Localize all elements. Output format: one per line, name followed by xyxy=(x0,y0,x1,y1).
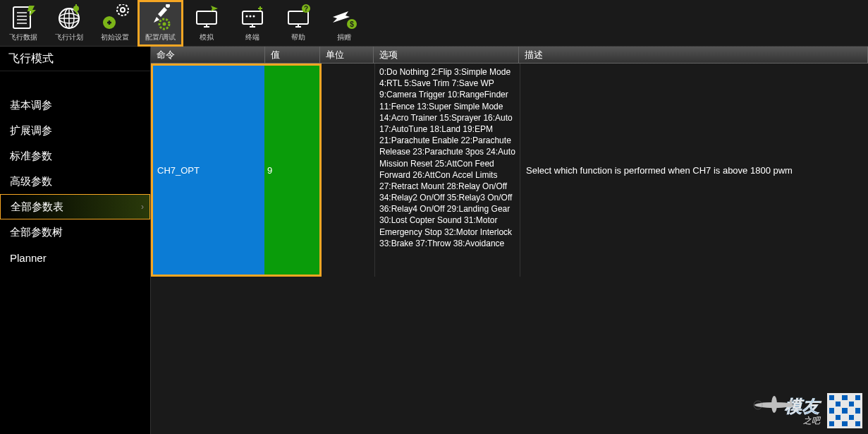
cell-description: Select which function is performed when … xyxy=(520,64,868,277)
cell-value[interactable]: 9 xyxy=(264,66,319,275)
toolbar-item-config[interactable]: 配置/调试 xyxy=(137,0,183,47)
content: 命令 值 单位 选项 描述 CH7_OPT 9 0:Do Nothing 2:F… xyxy=(151,47,868,434)
sidebar-item-planner[interactable]: Planner xyxy=(0,245,150,270)
svg-rect-18 xyxy=(197,11,216,24)
column-header-value[interactable]: 值 xyxy=(265,47,320,63)
toolbar-item-plan[interactable]: 飞行计划 xyxy=(46,0,92,47)
toolbar: 飞行数据 飞行计划 初始设置 xyxy=(0,0,868,47)
toolbar-item-terminal[interactable]: 终端 xyxy=(229,0,275,47)
svg-point-37 xyxy=(771,396,777,413)
sidebar-item-advanced-params[interactable]: 高级参数 xyxy=(0,169,150,194)
svg-point-14 xyxy=(121,8,125,12)
config-icon xyxy=(147,4,175,31)
toolbar-label: 模拟 xyxy=(200,32,214,42)
svg-text:$: $ xyxy=(350,20,354,28)
svg-point-25 xyxy=(249,16,251,18)
column-header-unit[interactable]: 单位 xyxy=(320,47,374,63)
column-header-command[interactable]: 命令 xyxy=(151,47,265,63)
toolbar-label: 帮助 xyxy=(291,32,305,42)
svg-rect-29 xyxy=(288,11,308,24)
toolbar-label: 终端 xyxy=(245,32,259,42)
watermark: 模友 之吧 xyxy=(785,393,862,428)
data-icon xyxy=(9,4,37,31)
toolbar-label: 飞行数据 xyxy=(9,32,37,42)
plane-icon xyxy=(750,394,799,416)
terminal-icon xyxy=(238,4,267,31)
sidebar-item-basic-tuning[interactable]: 基本调参 xyxy=(0,92,150,118)
svg-point-15 xyxy=(166,4,170,8)
highlighted-cell-block: CH7_OPT 9 xyxy=(151,64,322,277)
toolbar-label: 配置/调试 xyxy=(145,32,176,42)
toolbar-label: 初始设置 xyxy=(101,32,129,42)
qr-code-icon xyxy=(827,393,862,428)
sidebar-item-full-param-tree[interactable]: 全部参数树 xyxy=(0,219,150,245)
sidebar-item-full-param-list[interactable]: 全部参数表 xyxy=(0,194,150,219)
toolbar-item-help[interactable]: ? 帮助 xyxy=(275,0,321,47)
toolbar-item-setup[interactable]: 初始设置 xyxy=(92,0,137,47)
svg-rect-38 xyxy=(790,400,792,407)
donate-icon: $ xyxy=(330,4,358,31)
column-header-description[interactable]: 描述 xyxy=(519,47,868,63)
toolbar-item-donate[interactable]: $ 捐赠 xyxy=(321,0,367,47)
watermark-text-sub: 之吧 xyxy=(803,415,820,427)
sim-icon xyxy=(192,4,221,31)
toolbar-item-sim[interactable]: 模拟 xyxy=(183,0,229,47)
toolbar-label: 捐赠 xyxy=(337,32,351,42)
sidebar-item-extended-tuning[interactable]: 扩展调参 xyxy=(0,118,150,143)
toolbar-label: 飞行计划 xyxy=(55,32,83,42)
column-header-options[interactable]: 选项 xyxy=(374,47,519,63)
plan-icon xyxy=(55,4,83,31)
sidebar: 飞行模式 基本调参 扩展调参 标准参数 高级参数 全部参数表 全部参数树 Pla… xyxy=(0,47,151,434)
table-header: 命令 值 单位 选项 描述 xyxy=(151,47,868,64)
svg-point-24 xyxy=(245,16,247,18)
sidebar-title: 飞行模式 xyxy=(0,47,150,71)
svg-point-17 xyxy=(162,23,166,26)
cell-unit xyxy=(322,64,375,277)
cell-options: 0:Do Nothing 2:Flip 3:Simple Mode 4:RTL … xyxy=(375,64,520,277)
sidebar-item-standard-params[interactable]: 标准参数 xyxy=(0,143,150,169)
help-icon: ? xyxy=(284,4,312,31)
svg-point-26 xyxy=(252,16,255,18)
cell-command[interactable]: CH7_OPT xyxy=(153,66,264,275)
main-area: 飞行模式 基本调参 扩展调参 标准参数 高级参数 全部参数表 全部参数树 Pla… xyxy=(0,47,868,434)
setup-icon xyxy=(101,4,129,31)
table-row[interactable]: CH7_OPT 9 0:Do Nothing 2:Flip 3:Simple M… xyxy=(151,64,868,277)
toolbar-item-data[interactable]: 飞行数据 xyxy=(0,0,46,47)
svg-text:?: ? xyxy=(303,5,307,13)
svg-rect-21 xyxy=(243,11,262,24)
